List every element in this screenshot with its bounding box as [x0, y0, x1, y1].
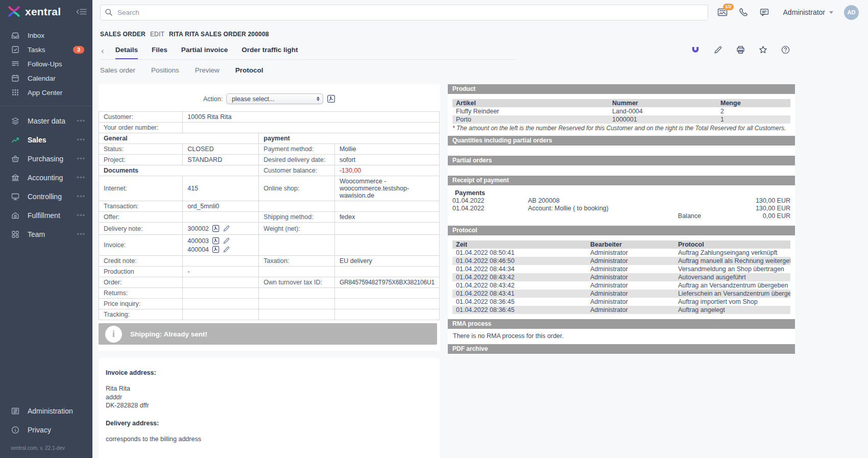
field-label: Transaction: [99, 201, 183, 212]
chat-icon[interactable] [759, 7, 769, 17]
tab-details[interactable]: Details [115, 43, 138, 59]
calendar-icon [11, 74, 20, 83]
edit-pencil-icon[interactable] [223, 246, 230, 253]
field-value: 415 [183, 176, 259, 201]
field-label: Weight (net): [259, 223, 335, 235]
sidebar-item-fulfillment[interactable]: Fulfillment ••• [0, 206, 92, 225]
sidebar-item-follow-ups[interactable]: Follow-Ups [0, 57, 92, 71]
payment-amount: 130,00 EUR [729, 205, 790, 212]
tab-partial-invoice[interactable]: Partial invoice [181, 43, 228, 59]
table-row: 01.04.2022 08:36:45 Administrator Auftra… [452, 298, 790, 306]
field-value: EU delivery [334, 256, 439, 267]
avatar[interactable]: AD [844, 5, 859, 20]
pdf-icon[interactable] [212, 246, 220, 253]
sidebar-item-purchasing[interactable]: Purchasing ••• [0, 149, 92, 168]
form-row-documents: Documents Customer balance: -130,00 [99, 165, 440, 176]
sidebar-item-app-center[interactable]: App Center [0, 85, 92, 100]
sidebar-item-label: Inbox [28, 32, 87, 39]
sidebar-item-administration[interactable]: Administration [0, 401, 92, 420]
sidebar-item-sales[interactable]: Sales ••• [0, 130, 92, 149]
sidebar-item-accounting[interactable]: Accounting ••• [0, 168, 92, 187]
cell-bearbeiter: Administrator [587, 257, 674, 265]
customer-balance-value: -130,00 [334, 165, 439, 176]
subtab-sales-order[interactable]: Sales order [100, 66, 135, 74]
subtab-bar: Sales order Positions Preview Protocol [92, 60, 794, 80]
more-icon[interactable]: ••• [77, 211, 85, 219]
sidebar-item-inbox[interactable]: Inbox [0, 28, 92, 42]
field-label: Taxation: [259, 256, 335, 267]
team-icon [11, 230, 20, 239]
more-icon[interactable]: ••• [77, 230, 85, 238]
news-icon[interactable]: 1/2 [717, 7, 728, 17]
payment-amount: 130,00 EUR [729, 197, 790, 205]
master-data-icon [11, 116, 20, 126]
sidebar-top-nav: Inbox Tasks 3 Follow-Ups Calendar App [0, 23, 92, 100]
pdf-icon[interactable] [212, 225, 220, 232]
form-row-project: Project: STANDARD Desired delivery date:… [99, 155, 440, 165]
app-center-icon [11, 88, 20, 97]
table-row: 01.04.2022 08:43:41 Administrator Liefer… [452, 290, 790, 298]
field-label: Payment method: [259, 144, 335, 155]
breadcrumb: SALES ORDER EDIT RITA RITA SALES ORDER 2… [92, 25, 794, 38]
action-select[interactable]: please select... [226, 93, 323, 104]
more-icon[interactable]: ••• [77, 117, 85, 125]
help-icon[interactable] [781, 45, 790, 55]
empty-cell [334, 299, 439, 309]
cell-artikel: Fluffy Reindeer [452, 107, 609, 115]
field-value [183, 309, 259, 320]
form-row-credit-note: Credit note: Taxation: EU delivery [99, 256, 440, 267]
invoice-number[interactable]: 400003 [187, 237, 209, 245]
sidebar-item-team[interactable]: Team ••• [0, 225, 92, 244]
sidebar-item-label: Team [28, 230, 69, 238]
favorite-star-icon[interactable] [758, 45, 768, 55]
column-header: Zeit [452, 240, 587, 249]
sidebar-item-privacy[interactable]: Privacy [0, 420, 92, 439]
invoice-address-line: adddr [106, 393, 432, 402]
sidebar-collapse-icon[interactable] [76, 7, 87, 16]
edit-pencil-icon[interactable] [223, 225, 230, 232]
edit-pencil-icon[interactable] [223, 237, 230, 245]
sidebar-item-label: Controlling [28, 192, 69, 201]
empty-cell [334, 288, 439, 299]
pdf-icon[interactable] [327, 94, 335, 103]
sidebar-item-controlling[interactable]: Controlling ••• [0, 187, 92, 206]
more-icon[interactable]: ••• [77, 136, 85, 143]
delivery-address-title: Delivery address: [106, 420, 432, 427]
empty-cell [334, 201, 439, 212]
subtab-preview[interactable]: Preview [195, 66, 220, 74]
section-quantities: Quantities including partial orders [448, 136, 795, 146]
subtab-protocol[interactable]: Protocol [235, 66, 263, 74]
field-value [183, 277, 259, 288]
tab-order-traffic-light[interactable]: Order traffic light [242, 43, 298, 59]
field-value: Mollie [334, 144, 439, 155]
subtab-positions[interactable]: Positions [151, 66, 179, 74]
sidebar-divider [0, 106, 92, 106]
back-chevron-icon[interactable]: ‹ [100, 46, 115, 59]
sales-icon [11, 135, 20, 144]
sidebar-item-calendar[interactable]: Calendar [0, 71, 92, 85]
delivery-note-number[interactable]: 300002 [187, 225, 209, 232]
search-input[interactable] [100, 5, 708, 20]
user-menu[interactable]: Administrator [783, 8, 833, 16]
sidebar-item-tasks[interactable]: Tasks 3 [0, 42, 92, 57]
more-icon[interactable]: ••• [77, 174, 85, 181]
table-row[interactable]: Fluffy Reindeer Land-0004 2 [452, 107, 790, 115]
cell-menge: 1 [717, 115, 790, 124]
assistant-icon[interactable] [691, 45, 701, 55]
phone-icon[interactable] [738, 7, 749, 17]
tab-files[interactable]: Files [152, 43, 167, 59]
pdf-icon[interactable] [212, 237, 220, 245]
table-row[interactable]: Porto 1000001 1 [452, 115, 790, 124]
print-icon[interactable] [736, 45, 745, 55]
search-icon [105, 8, 113, 16]
edit-pencil-icon[interactable] [713, 45, 723, 55]
field-label: Customer: [99, 112, 183, 123]
field-value: 10005 Rita Rita [183, 112, 440, 123]
section-documents: Documents [99, 165, 259, 176]
form-row-invoice: Invoice: 400003 400004 [99, 235, 440, 256]
invoice-number[interactable]: 400004 [187, 246, 209, 253]
more-icon[interactable]: ••• [77, 192, 85, 200]
more-icon[interactable]: ••• [77, 155, 85, 162]
sidebar-item-master-data[interactable]: Master data ••• [0, 111, 92, 130]
form-row-your-order-number: Your order number: [99, 123, 440, 133]
